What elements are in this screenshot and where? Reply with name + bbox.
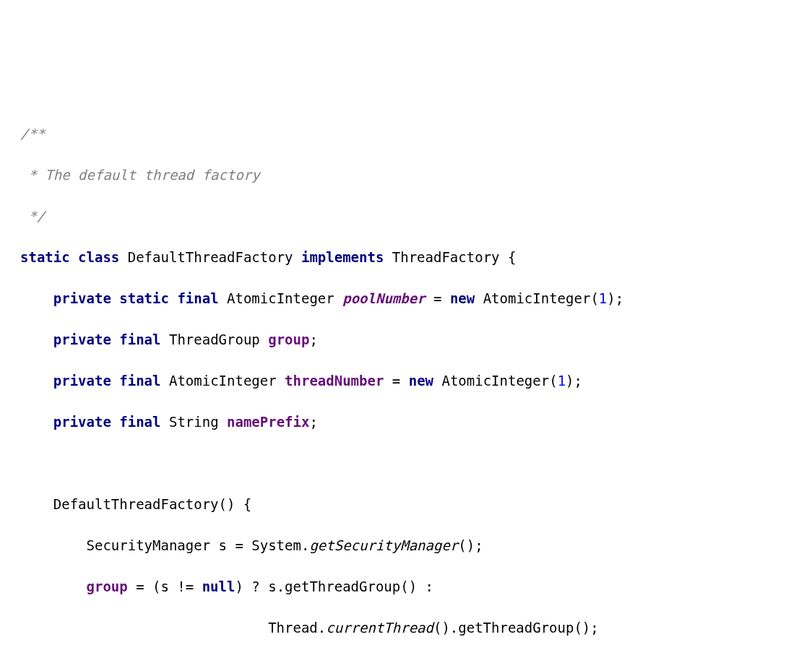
indent	[20, 620, 268, 636]
comment: */	[20, 208, 45, 224]
indent	[20, 537, 87, 553]
code-line: static class DefaultThreadFactory implem…	[20, 247, 812, 268]
code-line: private final AtomicInteger threadNumber…	[20, 370, 812, 391]
text: ().getThreadGroup();	[433, 620, 599, 636]
text: ;	[309, 332, 317, 347]
text: ThreadFactory {	[384, 249, 516, 265]
text: ) ? s.getThreadGroup() :	[235, 578, 433, 594]
code-line: private final ThreadGroup group;	[20, 329, 812, 350]
keyword: implements	[301, 249, 384, 265]
keyword: final	[177, 290, 218, 306]
indent	[20, 290, 53, 306]
text: SecurityManager s = System.	[87, 537, 310, 553]
code-line: */	[20, 206, 812, 227]
keyword: private	[53, 373, 111, 389]
code-line: SecurityManager s = System.getSecurityMa…	[20, 535, 812, 556]
keyword: static	[119, 290, 169, 306]
keyword: private	[53, 332, 111, 347]
field: group	[268, 332, 309, 347]
keyword: final	[119, 332, 160, 347]
code-line	[20, 453, 812, 474]
text: ();	[458, 537, 483, 553]
code-line: * The default thread factory	[20, 165, 812, 186]
indent	[20, 414, 53, 430]
code-line: private final String namePrefix;	[20, 412, 812, 433]
text: );	[607, 290, 623, 306]
text: Thread.	[268, 620, 326, 636]
number: 1	[558, 373, 566, 389]
field: threadNumber	[285, 373, 384, 389]
keyword: new	[409, 373, 433, 389]
text: =	[426, 290, 450, 306]
field: poolNumber	[342, 290, 425, 306]
comment: /**	[20, 126, 45, 142]
type: String	[161, 414, 228, 430]
text: AtomicInteger(	[475, 290, 599, 306]
indent	[20, 332, 53, 347]
indent	[20, 373, 53, 389]
keyword: new	[450, 290, 475, 306]
type: AtomicInteger	[219, 290, 343, 306]
keyword: private	[53, 290, 111, 306]
number: 1	[599, 290, 607, 306]
indent	[20, 496, 53, 512]
code-line: Thread.currentThread().getThreadGroup();	[20, 618, 812, 638]
code-line: private static final AtomicInteger poolN…	[20, 288, 812, 309]
keyword: static	[20, 249, 70, 265]
static-method: currentThread	[326, 620, 433, 636]
static-method: getSecurityManager	[309, 537, 458, 553]
type: AtomicInteger	[161, 373, 285, 389]
text: ;	[309, 414, 317, 430]
text: =	[384, 373, 408, 389]
indent	[20, 578, 87, 594]
keyword: private	[53, 414, 111, 430]
type: ThreadGroup	[161, 332, 269, 347]
field: namePrefix	[227, 414, 309, 430]
comment: * The default thread factory	[20, 167, 260, 183]
text: );	[566, 373, 582, 389]
keyword: class	[78, 249, 119, 265]
text: = (s !=	[128, 578, 202, 594]
code-line: group = (s != null) ? s.getThreadGroup()…	[20, 576, 812, 597]
code-editor[interactable]: /** * The default thread factory */ stat…	[20, 103, 812, 650]
keyword: final	[119, 373, 160, 389]
class-name: DefaultThreadFactory	[119, 249, 301, 265]
field: group	[87, 578, 128, 594]
constructor: DefaultThreadFactory() {	[53, 496, 252, 512]
keyword: final	[119, 414, 160, 430]
keyword: null	[202, 578, 236, 594]
code-line: DefaultThreadFactory() {	[20, 494, 812, 515]
code-line: /**	[20, 124, 812, 144]
text: AtomicInteger(	[433, 373, 558, 389]
